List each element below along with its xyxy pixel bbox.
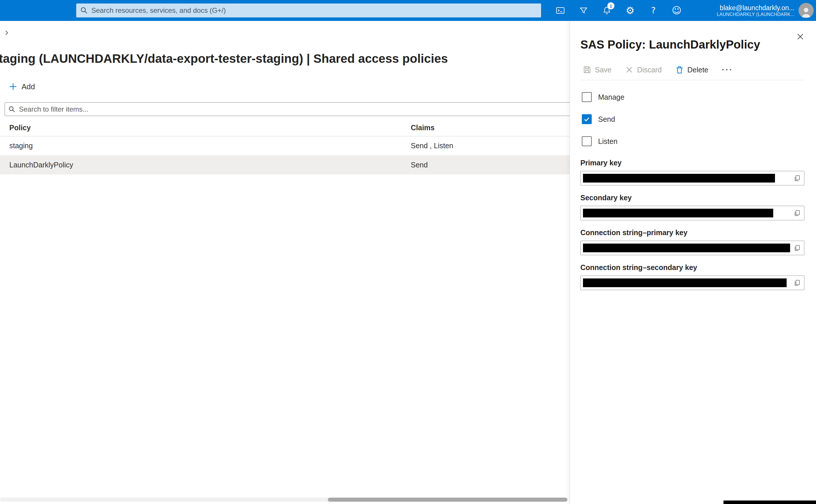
copy-button[interactable]	[792, 208, 802, 218]
trash-icon	[675, 65, 684, 74]
delete-button[interactable]: Delete	[675, 65, 708, 74]
filter-search[interactable]	[5, 102, 570, 116]
copy-icon	[794, 279, 801, 287]
gear-icon: ⚙	[626, 6, 635, 15]
plus-icon	[9, 82, 17, 91]
ellipsis-icon: ···	[722, 65, 733, 74]
checkmark-icon	[583, 116, 590, 123]
checkbox-row-listen[interactable]: Listen	[582, 136, 618, 146]
horizontal-scrollbar-thumb[interactable]	[328, 498, 567, 502]
notifications-button[interactable]: 1	[595, 0, 619, 21]
search-icon	[8, 106, 15, 113]
notification-badge: 1	[607, 2, 615, 9]
cloud-shell-icon	[556, 6, 565, 15]
copy-button[interactable]	[792, 278, 802, 288]
panel-title: SAS Policy: LaunchDarklyPolicy	[580, 38, 760, 51]
manage-checkbox-label: Manage	[598, 93, 624, 101]
save-icon	[583, 65, 591, 74]
connection-string-primary-field[interactable]	[580, 241, 804, 255]
policy-cell: staging	[9, 136, 33, 155]
panel-toolbar: Save Discard Delete ···	[583, 62, 733, 77]
listen-checkbox-label: Listen	[598, 137, 618, 146]
user-email: blake@launchdarkly.on...	[717, 4, 794, 12]
copy-icon	[794, 174, 801, 182]
primary-key-field[interactable]	[580, 171, 804, 185]
claims-cell: Send , Listen	[411, 136, 453, 155]
cloud-shell-button[interactable]	[549, 0, 572, 21]
policy-cell: LaunchDarklyPolicy	[9, 155, 73, 174]
main-content: taging (LAUNCHDARKLY/data-export-tester-…	[0, 21, 570, 504]
help-icon: ?	[651, 6, 656, 15]
table-row[interactable]: staging Send , Listen	[0, 136, 570, 155]
toolbar-divider	[580, 80, 804, 80]
redacted-region	[724, 501, 816, 504]
redacted-value	[583, 209, 773, 217]
directory-filter-button[interactable]	[572, 0, 595, 21]
global-search-input[interactable]	[91, 6, 537, 15]
discard-button[interactable]: Discard	[625, 65, 662, 74]
discard-x-icon	[625, 65, 634, 74]
table-row-selected[interactable]: LaunchDarklyPolicy Send	[0, 155, 570, 174]
redacted-value	[583, 244, 790, 252]
account-menu[interactable]: blake@launchdarkly.on... LAUNCHDARKLY (L…	[717, 0, 814, 21]
table-header: Policy Claims	[0, 119, 570, 136]
close-button[interactable]	[793, 30, 807, 44]
user-tenant: LAUNCHDARKLY (LAUNCHDARK...	[717, 12, 794, 17]
copy-button[interactable]	[792, 243, 802, 253]
breadcrumb-expand[interactable]	[3, 30, 10, 37]
column-header-claims[interactable]: Claims	[411, 119, 435, 136]
copy-icon	[794, 244, 801, 252]
claims-cell: Send	[411, 155, 428, 174]
avatar[interactable]	[799, 3, 814, 18]
discard-button-label: Discard	[637, 66, 662, 74]
azure-portal: 1 ⚙ ? ☺ blake@launchdarkly.on... LAUNCHD…	[0, 0, 816, 504]
page-title: taging (LAUNCHDARKLY/data-export-tester-…	[0, 52, 448, 66]
filter-search-input[interactable]	[18, 105, 566, 114]
connection-string-secondary-field[interactable]	[580, 276, 804, 290]
secondary-key-field[interactable]	[580, 206, 804, 220]
topbar: 1 ⚙ ? ☺ blake@launchdarkly.on... LAUNCHD…	[0, 0, 816, 21]
global-search[interactable]	[76, 3, 541, 17]
listen-checkbox[interactable]	[582, 136, 592, 146]
checkbox-row-send[interactable]: Send	[582, 114, 615, 124]
column-header-policy[interactable]: Policy	[9, 119, 31, 136]
feedback-button[interactable]: ☺	[665, 0, 688, 21]
chevron-right-icon	[3, 30, 10, 36]
close-icon	[797, 33, 804, 40]
send-checkbox[interactable]	[582, 114, 592, 124]
redacted-value	[583, 174, 775, 183]
connection-string-primary-label: Connection string–primary key	[580, 228, 688, 237]
settings-button[interactable]: ⚙	[619, 0, 642, 21]
topbar-actions: 1 ⚙ ? ☺	[549, 0, 688, 21]
delete-button-label: Delete	[688, 66, 708, 74]
sas-policy-panel: SAS Policy: LaunchDarklyPolicy Save Disc…	[569, 21, 816, 504]
manage-checkbox[interactable]	[582, 92, 592, 102]
more-actions-button[interactable]: ···	[722, 65, 733, 75]
help-button[interactable]: ?	[642, 0, 665, 21]
copy-button[interactable]	[792, 173, 802, 183]
checkbox-row-manage[interactable]: Manage	[582, 92, 624, 102]
directory-filter-icon	[579, 6, 588, 15]
secondary-key-label: Secondary key	[580, 194, 632, 202]
redacted-value	[583, 278, 787, 287]
add-button[interactable]: Add	[9, 79, 35, 94]
search-icon	[80, 7, 88, 14]
save-button-label: Save	[595, 66, 611, 74]
add-button-label: Add	[22, 82, 35, 91]
primary-key-label: Primary key	[580, 159, 622, 167]
horizontal-scrollbar[interactable]	[0, 498, 568, 502]
save-button[interactable]: Save	[583, 65, 611, 74]
person-icon	[800, 5, 813, 18]
connection-string-secondary-label: Connection string–secondary key	[580, 263, 697, 272]
smiley-icon: ☺	[672, 6, 681, 15]
send-checkbox-label: Send	[598, 115, 615, 124]
copy-icon	[794, 209, 801, 217]
account-info: blake@launchdarkly.on... LAUNCHDARKLY (L…	[717, 4, 794, 17]
